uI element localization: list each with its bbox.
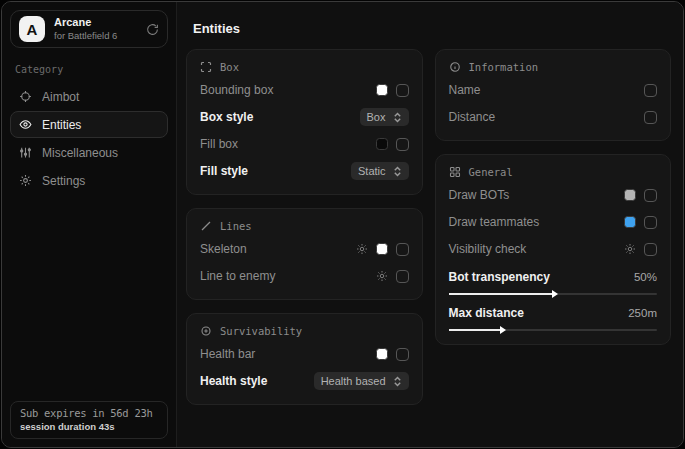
setting-row: Fill style Static	[200, 161, 409, 181]
sidebar-item-settings[interactable]: Settings	[10, 167, 168, 194]
right-column: Information Name Distance	[435, 49, 672, 418]
setting-label: Skeleton	[200, 242, 247, 256]
checkbox[interactable]	[396, 243, 409, 256]
card-title: Survivability	[220, 325, 302, 337]
setting-row: Distance	[449, 107, 658, 127]
sub-expiry-text: Sub expires in 56d 23h	[20, 407, 158, 419]
card-title: General	[469, 166, 513, 178]
app-subtitle: for Battlefield 6	[54, 30, 137, 42]
dropdown-value: Box	[367, 111, 386, 123]
slider-fill	[449, 329, 501, 331]
gear-icon[interactable]	[376, 270, 388, 282]
setting-row: Box style Box	[200, 107, 409, 127]
slider-value: 250m	[628, 307, 657, 319]
color-swatch[interactable]	[376, 138, 388, 150]
setting-label: Name	[449, 83, 481, 97]
checkbox[interactable]	[396, 348, 409, 361]
setting-row: Bounding box	[200, 80, 409, 100]
unfold-icon	[393, 166, 402, 177]
subscription-status: Sub expires in 56d 23h session duration …	[10, 401, 168, 439]
box-card: Box Bounding box Box style Box	[186, 49, 423, 195]
setting-label: Box style	[200, 110, 253, 124]
slider-track[interactable]	[449, 293, 658, 295]
color-swatch[interactable]	[624, 189, 636, 201]
setting-row: Draw teammates	[449, 212, 658, 232]
box-style-dropdown[interactable]: Box	[360, 108, 409, 126]
slider-fill	[449, 293, 553, 295]
logo-card: A Arcane for Battlefield 6	[10, 10, 168, 48]
card-title: Box	[220, 61, 239, 73]
setting-row: Draw BOTs	[449, 185, 658, 205]
sidebar-item-miscellaneous[interactable]: Miscellaneous	[10, 139, 168, 166]
setting-label: Draw teammates	[449, 215, 540, 229]
scan-corners-icon	[200, 61, 212, 73]
slider-value: 50%	[634, 271, 657, 283]
bot-transparency-slider: Bot transpenency 50%	[449, 270, 658, 295]
card-title: Lines	[220, 220, 252, 232]
gear-icon[interactable]	[624, 243, 636, 255]
dropdown-value: Static	[358, 165, 386, 177]
dropdown-value: Health based	[321, 375, 386, 387]
checkbox[interactable]	[396, 270, 409, 283]
setting-row: Health bar	[200, 344, 409, 364]
fill-style-dropdown[interactable]: Static	[351, 162, 409, 180]
sidebar-item-entities[interactable]: Entities	[10, 111, 168, 138]
unfold-icon	[393, 376, 402, 387]
lines-card: Lines Skeleton	[186, 208, 423, 300]
checkbox[interactable]	[396, 138, 409, 151]
setting-row: Line to enemy	[200, 266, 409, 286]
gear-icon[interactable]	[356, 243, 368, 255]
sidebar-item-aimbot[interactable]: Aimbot	[10, 83, 168, 110]
checkbox[interactable]	[644, 189, 657, 202]
setting-label: Line to enemy	[200, 269, 275, 283]
crosshair-icon	[19, 90, 32, 103]
grid-icon	[449, 166, 461, 178]
slider-track[interactable]	[449, 329, 658, 331]
slider-label: Bot transpenency	[449, 270, 550, 284]
session-duration-text: session duration 43s	[20, 421, 158, 432]
checkbox[interactable]	[644, 84, 657, 97]
max-distance-slider: Max distance 250m	[449, 306, 658, 331]
setting-row: Skeleton	[200, 239, 409, 259]
health-style-dropdown[interactable]: Health based	[314, 372, 409, 390]
card-title: Information	[469, 61, 539, 73]
color-swatch[interactable]	[376, 348, 388, 360]
sidebar-item-label: Entities	[42, 118, 81, 132]
setting-label: Bounding box	[200, 83, 273, 97]
setting-row: Visibility check	[449, 239, 658, 259]
color-swatch[interactable]	[376, 84, 388, 96]
sliders-icon	[19, 146, 32, 159]
page-title: Entities	[193, 21, 671, 36]
checkbox[interactable]	[396, 84, 409, 97]
checkbox[interactable]	[644, 243, 657, 256]
app-window: A Arcane for Battlefield 6 Category Aimb…	[1, 1, 684, 448]
setting-row: Health style Health based	[200, 371, 409, 391]
setting-label: Fill style	[200, 164, 248, 178]
sync-icon[interactable]	[146, 23, 159, 36]
sidebar: A Arcane for Battlefield 6 Category Aimb…	[2, 2, 177, 447]
setting-label: Visibility check	[449, 242, 527, 256]
unfold-icon	[393, 112, 402, 123]
setting-label: Distance	[449, 110, 496, 124]
sidebar-item-label: Settings	[42, 174, 85, 188]
eye-icon	[19, 118, 32, 131]
setting-row: Fill box	[200, 134, 409, 154]
color-swatch[interactable]	[624, 216, 636, 228]
main-content: Entities Box Bounding box	[177, 2, 683, 447]
line-icon	[200, 220, 212, 232]
app-logo: A	[19, 16, 45, 42]
information-card: Information Name Distance	[435, 49, 672, 141]
sidebar-item-label: Miscellaneous	[42, 146, 118, 160]
left-column: Box Bounding box Box style Box	[186, 49, 423, 418]
general-card: General Draw BOTs Draw teammates	[435, 154, 672, 345]
setting-label: Draw BOTs	[449, 188, 510, 202]
health-plus-icon	[200, 325, 212, 337]
app-title: Arcane	[54, 16, 137, 30]
slider-label: Max distance	[449, 306, 524, 320]
checkbox[interactable]	[644, 216, 657, 229]
color-swatch[interactable]	[376, 243, 388, 255]
sidebar-item-label: Aimbot	[42, 90, 79, 104]
setting-label: Health style	[200, 374, 267, 388]
checkbox[interactable]	[644, 111, 657, 124]
setting-row: Name	[449, 80, 658, 100]
